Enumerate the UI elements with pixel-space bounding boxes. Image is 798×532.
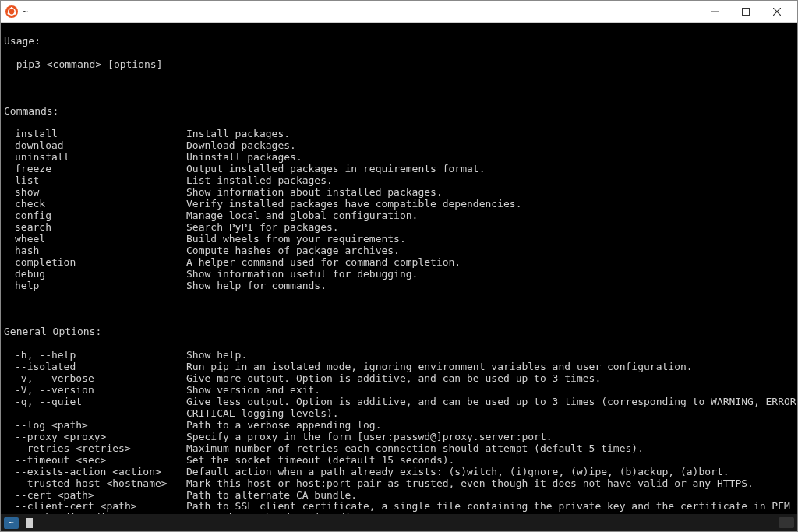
status-right-block — [779, 517, 794, 528]
command-name: download — [15, 140, 186, 152]
option-row: --log <path>Path to a verbose appending … — [4, 420, 794, 432]
option-flag: --trusted-host <hostname> — [15, 478, 186, 490]
option-flag: --exists-action <action> — [15, 467, 186, 478]
option-description: Give more output. Option is additive, an… — [186, 372, 601, 384]
command-name: completion — [15, 257, 186, 269]
command-row: completionA helper command used for comm… — [4, 257, 794, 269]
status-path: ~ — [4, 517, 19, 529]
titlebar[interactable]: ~ — [1, 1, 797, 23]
option-flag: --proxy <proxy> — [15, 432, 186, 443]
option-description: Path to a verbose appending log. — [186, 419, 381, 431]
option-row: --isolatedRun pip in an isolated mode, i… — [4, 361, 794, 373]
command-description: Verify installed packages have compatibl… — [186, 198, 521, 210]
option-row: -v, --verboseGive more output. Option is… — [4, 373, 794, 385]
command-description: Download packages. — [186, 139, 296, 151]
svg-rect-6 — [743, 8, 750, 15]
option-row: -V, --versionShow version and exit. — [4, 385, 794, 396]
option-description: Show help. — [186, 349, 247, 361]
option-description: Mark this host or host:port pair as trus… — [186, 477, 754, 489]
option-description: Maximum number of retries each connectio… — [186, 442, 644, 454]
option-row: --timeout <sec>Set the socket timeout (d… — [4, 455, 794, 467]
option-row: -h, --helpShow help. — [4, 350, 794, 361]
option-flag: --retries <retries> — [15, 443, 186, 455]
command-row: configManage local and global configurat… — [4, 210, 794, 222]
command-row: freezeOutput installed packages in requi… — [4, 164, 794, 175]
status-bar: ~ — [1, 514, 797, 531]
option-flag: --cache-dir <dir> — [15, 513, 186, 514]
option-row: --client-cert <path>Path to SSL client c… — [4, 501, 794, 513]
option-flag: --isolated — [15, 361, 186, 373]
command-description: Uninstall packages. — [186, 151, 302, 163]
command-row: uninstallUninstall packages. — [4, 152, 794, 164]
minimize-button[interactable] — [699, 2, 730, 22]
command-row: helpShow help for commands. — [4, 280, 794, 292]
option-row: --cache-dir <dir>Store the cache data in… — [4, 513, 794, 514]
command-description: Install packages. — [186, 128, 290, 139]
usage-line: pip3 <command> [options] — [4, 59, 794, 71]
option-description-cont: CRITICAL logging levels). — [4, 408, 794, 420]
close-icon — [773, 8, 781, 16]
command-name: debug — [15, 269, 186, 280]
svg-point-4 — [8, 12, 10, 15]
command-row: searchSearch PyPI for packages. — [4, 222, 794, 234]
command-row: downloadDownload packages. — [4, 140, 794, 152]
terminal-content[interactable]: Usage: pip3 <command> [options] Commands… — [1, 23, 797, 514]
option-row: --proxy <proxy>Specify a proxy in the fo… — [4, 432, 794, 443]
options-header: General Options: — [4, 326, 794, 338]
option-description: Run pip in an isolated mode, ignoring en… — [186, 361, 693, 372]
command-description: Manage local and global configuration. — [186, 210, 418, 221]
command-row: showShow information about installed pac… — [4, 187, 794, 199]
option-row: --cert <path>Path to alternate CA bundle… — [4, 490, 794, 502]
command-name: wheel — [15, 234, 186, 245]
command-description: List installed packages. — [186, 174, 333, 186]
option-flag: -v, --verbose — [15, 373, 186, 385]
svg-point-2 — [11, 7, 13, 9]
terminal-window: ~ Usage: pip3 <command> [options] Comman… — [0, 0, 798, 532]
command-description: Build wheels from your requirements. — [186, 233, 406, 245]
command-name: freeze — [15, 164, 186, 175]
option-flag: -q, --quiet — [15, 396, 186, 408]
command-name: uninstall — [15, 152, 186, 164]
option-description: Store the cache data in <dir>. — [186, 512, 369, 514]
commands-header: Commands: — [4, 106, 794, 118]
command-description: Show information about installed package… — [186, 186, 443, 198]
command-description: Search PyPI for packages. — [186, 221, 339, 233]
command-name: config — [15, 210, 186, 222]
option-row: --exists-action <action>Default action w… — [4, 467, 794, 478]
option-description: Set the socket timeout (default 15 secon… — [186, 454, 454, 466]
command-row: installInstall packages. — [4, 129, 794, 140]
command-row: listList installed packages. — [4, 175, 794, 187]
maximize-icon — [742, 8, 750, 16]
option-description: Show version and exit. — [186, 384, 320, 396]
command-description: Show information useful for debugging. — [186, 268, 418, 280]
svg-point-3 — [14, 12, 16, 15]
command-description: A helper command used for command comple… — [186, 256, 461, 268]
option-description: Give less output. Option is additive, an… — [186, 396, 797, 407]
option-flag: -V, --version — [15, 385, 186, 396]
option-flag: --cert <path> — [15, 490, 186, 502]
close-button[interactable] — [761, 2, 793, 22]
option-flag: --timeout <sec> — [15, 455, 186, 467]
option-flag: --log <path> — [15, 420, 186, 432]
option-description: Path to SSL client certificate, a single… — [186, 500, 797, 512]
maximize-button[interactable] — [730, 2, 761, 22]
command-name: hash — [15, 245, 186, 257]
command-description: Show help for commands. — [186, 280, 327, 291]
command-row: checkVerify installed packages have comp… — [4, 199, 794, 210]
option-description: Specify a proxy in the form [user:passwd… — [186, 431, 553, 442]
command-description: Compute hashes of package archives. — [186, 245, 400, 256]
usage-header: Usage: — [4, 36, 794, 48]
command-name: help — [15, 280, 186, 292]
command-name: show — [15, 187, 186, 199]
minimize-icon — [711, 8, 719, 16]
command-name: check — [15, 199, 186, 210]
command-name: install — [15, 129, 186, 140]
option-description: Path to alternate CA bundle. — [186, 489, 357, 501]
option-row: --retries <retries>Maximum number of ret… — [4, 443, 794, 455]
option-row: --trusted-host <hostname>Mark this host … — [4, 478, 794, 490]
option-flag: --client-cert <path> — [15, 501, 186, 513]
command-name: search — [15, 222, 186, 234]
option-row: -q, --quietGive less output. Option is a… — [4, 396, 794, 408]
command-row: wheelBuild wheels from your requirements… — [4, 234, 794, 245]
window-title: ~ — [23, 6, 28, 17]
